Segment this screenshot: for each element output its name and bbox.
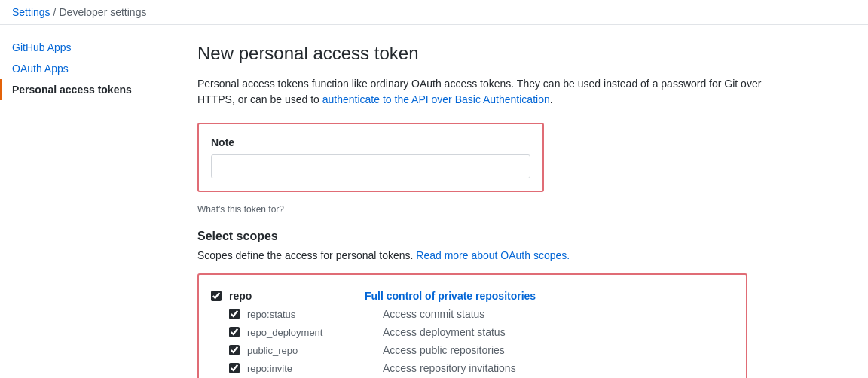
description-text: Personal access tokens function like ord…	[197, 76, 763, 108]
scopes-description: Scopes define the access for personal to…	[197, 249, 842, 261]
scope-row-repo-deployment: repo_deployment Access deployment status	[211, 323, 734, 341]
scope-desc-repo: Full control of private repositories	[365, 290, 734, 302]
scope-checkbox-repo[interactable]	[211, 291, 222, 301]
scope-desc-repo-deployment: Access deployment status	[383, 326, 734, 338]
main-content: New personal access token Personal acces…	[173, 25, 866, 378]
scope-row-repo: repo Full control of private repositorie…	[211, 287, 734, 305]
description-api-link[interactable]: authenticate to the API over Basic Authe…	[322, 93, 550, 105]
scope-name-repo-deployment: repo_deployment	[247, 327, 383, 338]
scope-checkbox-repo-status[interactable]	[229, 309, 240, 319]
scope-desc-repo-invite: Access repository invitations	[383, 362, 734, 374]
scope-checkbox-repo-deployment[interactable]	[229, 327, 240, 337]
token-hint: What's this token for?	[197, 204, 842, 215]
note-label: Note	[211, 136, 530, 148]
scope-row-repo-status: repo:status Access commit status	[211, 305, 734, 323]
sidebar-item-personal-access-tokens[interactable]: Personal access tokens	[0, 79, 173, 100]
scopes-desc-text: Scopes define the access for personal to…	[197, 249, 416, 261]
scope-desc-public-repo: Access public repositories	[383, 344, 734, 356]
description-text2: .	[550, 93, 553, 105]
sidebar-item-github-apps[interactable]: GitHub Apps	[0, 37, 173, 58]
scope-name-repo-invite: repo:invite	[247, 363, 383, 374]
breadcrumb: Settings / Developer settings	[0, 0, 868, 25]
breadcrumb-separator: /	[53, 6, 57, 18]
page-layout: GitHub Apps OAuth Apps Personal access t…	[0, 25, 868, 378]
sidebar: GitHub Apps OAuth Apps Personal access t…	[0, 25, 173, 378]
scope-checkbox-public-repo[interactable]	[229, 345, 240, 355]
scopes-link[interactable]: Read more about OAuth scopes.	[416, 249, 570, 261]
scope-desc-repo-status: Access commit status	[383, 308, 734, 320]
note-section: Note	[197, 123, 544, 192]
breadcrumb-settings-link[interactable]: Settings	[12, 6, 50, 18]
scopes-title: Select scopes	[197, 230, 842, 243]
page-title: New personal access token	[197, 43, 842, 64]
scope-row-public-repo: public_repo Access public repositories	[211, 341, 734, 359]
scope-name-repo-status: repo:status	[247, 309, 383, 320]
breadcrumb-dev-settings: Developer settings	[59, 6, 146, 18]
scope-checkbox-repo-invite[interactable]	[229, 363, 240, 373]
scope-row-repo-invite: repo:invite Access repository invitation…	[211, 359, 734, 377]
scope-name-repo: repo	[229, 290, 365, 302]
scope-name-public-repo: public_repo	[247, 345, 383, 356]
note-input[interactable]	[211, 154, 530, 178]
scopes-box: repo Full control of private repositorie…	[197, 273, 747, 378]
sidebar-item-oauth-apps[interactable]: OAuth Apps	[0, 58, 173, 79]
